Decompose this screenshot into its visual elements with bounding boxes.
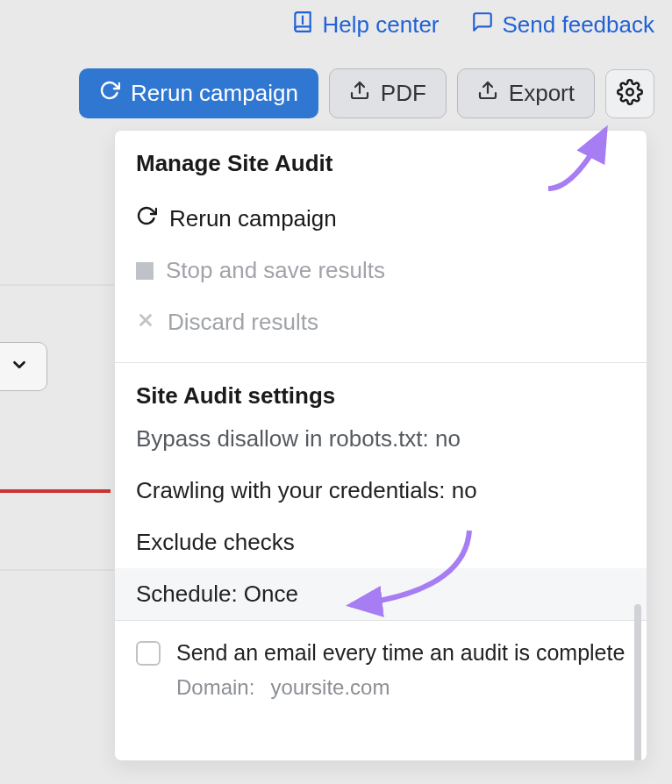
scrollbar[interactable]: [634, 604, 641, 761]
site-audit-settings-title: Site Audit settings: [136, 382, 626, 410]
discard-results-label: Discard results: [168, 309, 318, 336]
help-center-label: Help center: [323, 11, 440, 39]
top-links: Help center Send feedback: [291, 11, 654, 39]
stop-save-label: Stop and save results: [166, 257, 385, 284]
settings-panel: Manage Site Audit Rerun campaign Stop an…: [114, 130, 647, 761]
settings-list: Bypass disallow in robots.txt: no Crawli…: [115, 425, 647, 760]
svg-point-3: [626, 89, 633, 96]
export-label: Export: [509, 80, 575, 107]
refresh-icon: [99, 80, 120, 107]
manage-site-audit-title: Manage Site Audit: [136, 150, 626, 177]
setting-exclude-checks[interactable]: Exclude checks: [115, 517, 647, 568]
upload-icon: [349, 80, 370, 107]
send-feedback-link[interactable]: Send feedback: [471, 11, 654, 39]
discard-results-item: Discard results: [136, 296, 626, 348]
export-button[interactable]: Export: [457, 68, 595, 118]
decorative-redline: [0, 489, 111, 493]
domain-label: Domain:: [176, 675, 254, 700]
rerun-campaign-button[interactable]: Rerun campaign: [79, 68, 318, 118]
chevron-down-icon: [10, 355, 29, 378]
gear-icon: [617, 79, 643, 109]
setting-bypass-robots[interactable]: Bypass disallow in robots.txt: no: [115, 425, 647, 465]
settings-button[interactable]: [605, 69, 654, 118]
refresh-icon: [136, 205, 157, 232]
send-feedback-label: Send feedback: [503, 11, 654, 39]
domain-value: yoursite.com: [270, 675, 390, 700]
rerun-campaign-item-label: Rerun campaign: [169, 205, 337, 232]
feedback-icon: [471, 11, 494, 39]
rerun-campaign-label: Rerun campaign: [131, 80, 298, 107]
pdf-label: PDF: [381, 80, 426, 107]
background-dropdown[interactable]: [0, 342, 47, 391]
help-center-link[interactable]: Help center: [291, 11, 440, 39]
setting-schedule[interactable]: Schedule: Once: [115, 568, 647, 620]
pdf-button[interactable]: PDF: [329, 68, 447, 118]
stop-save-item: Stop and save results: [136, 245, 626, 296]
email-on-complete-checkbox[interactable]: [136, 641, 161, 666]
close-icon: [136, 309, 155, 336]
stop-icon: [136, 262, 154, 280]
book-icon: [291, 11, 314, 39]
rerun-campaign-item[interactable]: Rerun campaign: [136, 193, 626, 245]
email-on-complete-label: Send an email every time an audit is com…: [176, 638, 625, 668]
setting-credentials[interactable]: Crawling with your credentials: no: [115, 465, 647, 517]
upload-icon: [477, 80, 498, 107]
toolbar: Rerun campaign PDF Export: [79, 68, 654, 118]
